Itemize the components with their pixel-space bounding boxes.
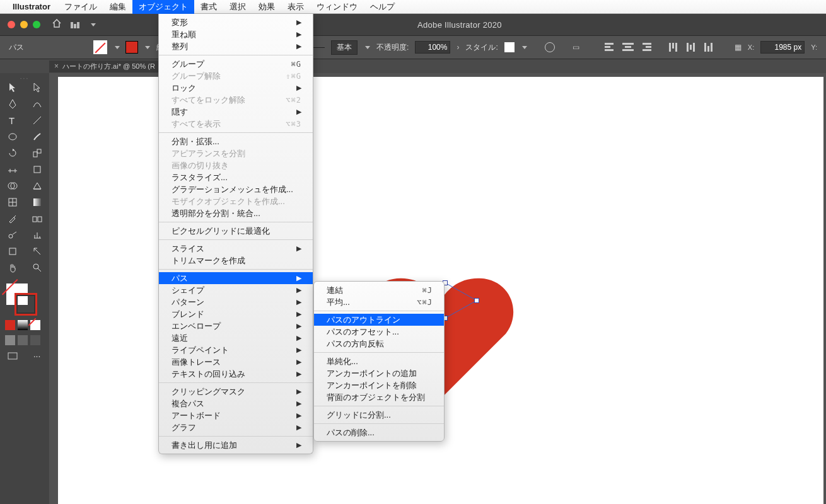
transform-icon[interactable]: ▦: [735, 43, 742, 52]
path-submenu-item[interactable]: 単純化...: [314, 355, 444, 367]
object-menu-item[interactable]: ブレンド▶: [159, 308, 313, 320]
object-menu-item[interactable]: テキストの回り込み▶: [159, 368, 313, 380]
slice-tool[interactable]: [25, 244, 49, 261]
object-menu-item[interactable]: 画像トレース▶: [159, 356, 313, 368]
menu-効果[interactable]: 効果: [252, 0, 281, 14]
path-submenu-item[interactable]: アンカーポイントの追加: [314, 367, 444, 379]
menu-編集[interactable]: 編集: [103, 0, 132, 14]
path-submenu-item[interactable]: 平均...⌥⌘J: [314, 296, 444, 308]
object-menu-item[interactable]: 重ね順▶: [159, 28, 313, 40]
path-submenu-item[interactable]: 連結⌘J: [314, 284, 444, 296]
rotate-tool[interactable]: [0, 146, 25, 163]
style-swatch[interactable]: [504, 42, 515, 52]
path-submenu-item[interactable]: パスのアウトライン: [314, 314, 444, 326]
scale-tool[interactable]: [25, 146, 49, 163]
document-tab[interactable]: × ハートの作り方.ai* @ 50% (R: [49, 60, 161, 72]
align-left-icon[interactable]: [605, 43, 616, 52]
panel-grip[interactable]: [0, 76, 49, 81]
object-menu-item[interactable]: 書き出し用に追加▶: [159, 439, 313, 451]
app-name[interactable]: Illustrator: [13, 2, 50, 11]
object-menu-item[interactable]: スライス▶: [159, 243, 313, 255]
align-center-icon[interactable]: [622, 43, 634, 52]
zoom-tool[interactable]: [25, 261, 49, 277]
arrange-documents-icon[interactable]: [71, 21, 84, 28]
screen-mode-button[interactable]: [0, 348, 25, 364]
chevron-down-icon[interactable]: [365, 46, 370, 49]
menu-オブジェクト[interactable]: オブジェクト: [132, 0, 194, 14]
free-transform-tool[interactable]: [25, 163, 49, 179]
object-menu-item[interactable]: グラフ▶: [159, 421, 313, 433]
gradient-mode-icon[interactable]: [18, 320, 28, 330]
menu-ファイル[interactable]: ファイル: [58, 0, 103, 14]
line-tool[interactable]: [25, 113, 49, 130]
color-mode-icon[interactable]: [5, 320, 15, 330]
ellipse-tool[interactable]: [0, 130, 25, 146]
edit-toolbar-button[interactable]: ···: [25, 348, 49, 364]
type-tool[interactable]: T: [0, 113, 25, 130]
path-submenu-item[interactable]: アンカーポイントを削除: [314, 379, 444, 391]
menu-ヘルプ[interactable]: ヘルプ: [364, 0, 401, 14]
draw-normal-icon[interactable]: [5, 335, 15, 345]
align-right-icon[interactable]: [640, 43, 651, 52]
width-tool[interactable]: [0, 163, 25, 179]
path-submenu-item[interactable]: グリッドに分割...: [314, 409, 444, 421]
opacity-field[interactable]: 100%: [415, 41, 450, 54]
object-menu-item[interactable]: ロック▶: [159, 82, 313, 94]
object-menu-item[interactable]: パターン▶: [159, 296, 313, 308]
object-menu-item[interactable]: 隠す▶: [159, 106, 313, 118]
path-submenu-item[interactable]: 背面のオブジェクトを分割: [314, 391, 444, 403]
object-menu-item[interactable]: 複合パス▶: [159, 398, 313, 410]
align-middle-icon[interactable]: [687, 43, 698, 52]
path-submenu-item[interactable]: パスのオフセット...: [314, 326, 444, 338]
chevron-down-icon[interactable]: [145, 46, 150, 49]
object-menu-item[interactable]: グループ⌘G: [159, 58, 313, 70]
align-to-icon[interactable]: ▭: [573, 43, 579, 52]
perspective-tool[interactable]: [25, 179, 49, 195]
eyedropper-tool[interactable]: [0, 212, 25, 228]
draw-behind-icon[interactable]: [18, 335, 28, 345]
minimize-window-button[interactable]: [20, 21, 28, 28]
object-menu-item[interactable]: 分割・拡張...: [159, 135, 313, 147]
object-menu-item[interactable]: グラデーションメッシュを作成...: [159, 183, 313, 195]
draw-inside-icon[interactable]: [30, 335, 40, 345]
mesh-tool[interactable]: [0, 195, 25, 212]
x-field[interactable]: 1985 px: [760, 41, 805, 54]
gradient-tool[interactable]: [25, 195, 49, 212]
path-submenu-item[interactable]: パスの方向反転: [314, 338, 444, 350]
hand-tool[interactable]: [0, 261, 25, 277]
align-top-icon[interactable]: [669, 43, 680, 52]
stroke-indicator[interactable]: [16, 295, 35, 314]
object-menu-item[interactable]: シェイプ▶: [159, 284, 313, 296]
menu-書式[interactable]: 書式: [194, 0, 223, 14]
shape-builder-tool[interactable]: [0, 179, 25, 195]
chevron-down-icon[interactable]: [522, 46, 527, 49]
maximize-window-button[interactable]: [33, 21, 40, 28]
menu-ウィンドウ[interactable]: ウィンドウ: [310, 0, 364, 14]
fill-stroke-widget[interactable]: [0, 280, 49, 318]
none-mode-icon[interactable]: [30, 320, 40, 330]
object-menu-item[interactable]: 透明部分を分割・統合...: [159, 207, 313, 219]
opacity-arrow-icon[interactable]: ›: [457, 43, 459, 52]
object-menu-item[interactable]: エンベロープ▶: [159, 320, 313, 332]
symbol-sprayer-tool[interactable]: [0, 228, 25, 244]
object-menu-item[interactable]: 遠近▶: [159, 332, 313, 344]
path-submenu-item[interactable]: パスの削除...: [314, 427, 444, 438]
close-window-button[interactable]: [8, 21, 15, 28]
recolor-icon[interactable]: [545, 42, 555, 52]
align-bottom-icon[interactable]: [704, 43, 716, 52]
stroke-swatch[interactable]: [126, 42, 137, 53]
artboard-tool[interactable]: [0, 244, 25, 261]
pen-tool[interactable]: [0, 97, 25, 113]
object-menu-item[interactable]: ピクセルグリッドに最適化: [159, 225, 313, 237]
fill-swatch[interactable]: [93, 40, 107, 54]
object-menu-item[interactable]: 変形▶: [159, 16, 313, 28]
object-menu-item[interactable]: アートボード▶: [159, 410, 313, 421]
curvature-tool[interactable]: [25, 97, 49, 113]
menu-表示[interactable]: 表示: [281, 0, 310, 14]
brush-tool[interactable]: [25, 130, 49, 146]
object-menu-item[interactable]: パス▶: [159, 272, 313, 284]
graph-tool[interactable]: [25, 228, 49, 244]
chevron-down-icon[interactable]: [91, 23, 96, 26]
object-menu-item[interactable]: 整列▶: [159, 40, 313, 52]
menu-選択[interactable]: 選択: [223, 0, 252, 14]
